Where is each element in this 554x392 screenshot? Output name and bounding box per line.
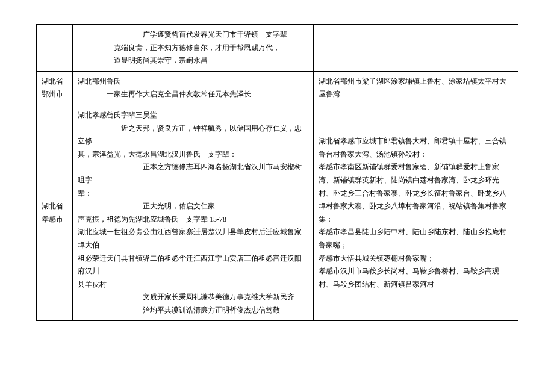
location-cell: 湖北省鄂州市梁子湖区涂家埔镇上鲁村、涂家坫镇太平村大屋鲁湾	[314, 71, 518, 105]
text-line: 孝感市大悟县城关镇枣棚村鲁家嘴；	[319, 252, 513, 266]
text-line: 祖必荣迁天门县甘镇驿二伯祖必华迁江西江宁山安店三伯祖必富迁汉阳府汉川	[78, 252, 308, 278]
location-cell	[314, 25, 518, 72]
table-row: 湖北省鄂州市湖北鄂州鲁氏一家生再作大启克全昌仲友敦常任元本先泽长湖北省鄂州市梁子…	[37, 71, 518, 105]
location-cell: 湖北省孝感市应城市郎君镇鲁大村、郎君镇十屋村、三合镇鲁台村鲁家大湾、汤池镇孙段村…	[314, 105, 518, 321]
text-line: 正大光明，佑启文仁家	[78, 200, 308, 213]
text-line: 道显明扬尚其崇守，宗嗣永昌	[78, 54, 308, 67]
content-cell: 广学遵贤哲百代发春光天门市干驿镇一支字辈 克端良贵，正本知方德修自尔，才用于帮恩…	[73, 25, 314, 72]
genealogy-table: 广学遵贤哲百代发春光天门市干驿镇一支字辈 克端良贵，正本知方德修自尔，才用于帮恩…	[36, 24, 518, 321]
text-line: 辈：	[78, 187, 308, 201]
text-line: 声克振，祖德为先湖北应城鲁氏一支字辈 15-78	[78, 213, 308, 226]
text-line: 孝感市孝南区新铺镇群爱村鲁家碧、新铺镇群爱村上鲁家湾、新铺镇群英新村、陡岗镇白莲…	[319, 161, 513, 226]
text-line: 治均平典谟训诰清廉方正明哲俊杰忠信笃敬	[78, 304, 308, 317]
text-line: 湖北省孝感市应城市郎君镇鲁大村、郎君镇十屋村、三合镇鲁台村鲁家大湾、汤池镇孙段村…	[319, 135, 513, 161]
text-line: 孝感市孝昌县陡山乡陆中村、陆山乡陆东村、陆山乡抱庵村鲁家嘴；	[319, 226, 513, 252]
text-line: 广学遵贤哲百代发春光天门市干驿镇一支字辈	[78, 28, 308, 42]
text-line: 湖北应城一世祖必贵公由江西曾家寨迁居楚汉川县羊皮村后迁应城鲁家埠大伯	[78, 226, 308, 252]
text-line: 文质开家长秉周礼谦恭美德万事克维大学新民齐	[78, 291, 308, 304]
region-cell: 湖北省鄂州市	[37, 71, 73, 105]
region-cell	[37, 25, 73, 72]
table-row: 广学遵贤哲百代发春光天门市干驿镇一支字辈 克端良贵，正本知方德修自尔，才用于帮恩…	[37, 25, 518, 72]
text-line: 近之天邦，贤良方正，钟祥毓秀，以储国用心存仁义，忠立修	[78, 122, 308, 148]
text-line: 一家生再作大启克全昌仲友敦常任元本先泽长	[78, 88, 308, 101]
text-line: 其，宗泽益光，大德永昌湖北汉川鲁氏一支字辈：	[78, 148, 308, 161]
content-cell: 湖北鄂州鲁氏一家生再作大启克全昌仲友敦常任元本先泽长	[73, 71, 314, 105]
text-line: 湖北孝感曾氏字辈三昊堂	[78, 109, 308, 122]
text-line: 县羊皮村	[78, 278, 308, 291]
text-line: 湖北鄂州鲁氏	[78, 75, 308, 89]
text-line: 克端良贵，正本知方德修自尔，才用于帮恩赐万代，	[78, 42, 308, 55]
text-line: 孝感市汉川市马鞍乡长岗村、马鞍乡鲁桥村、马鞍乡高观村、马段乡团结村、新河镇吕家河…	[319, 265, 513, 291]
text-line: 正本之方德修志耳四海名扬湖北省汉川市马安椒树咀字	[78, 161, 308, 187]
content-cell: 湖北孝感曾氏字辈三昊堂 近之天邦，贤良方正，钟祥毓秀，以储国用心存仁义，忠立修其…	[73, 105, 314, 321]
region-cell: 湖北省孝感市	[37, 105, 73, 321]
table-row: 湖北省孝感市湖北孝感曾氏字辈三昊堂 近之天邦，贤良方正，钟祥毓秀，以储国用心存仁…	[37, 105, 518, 321]
